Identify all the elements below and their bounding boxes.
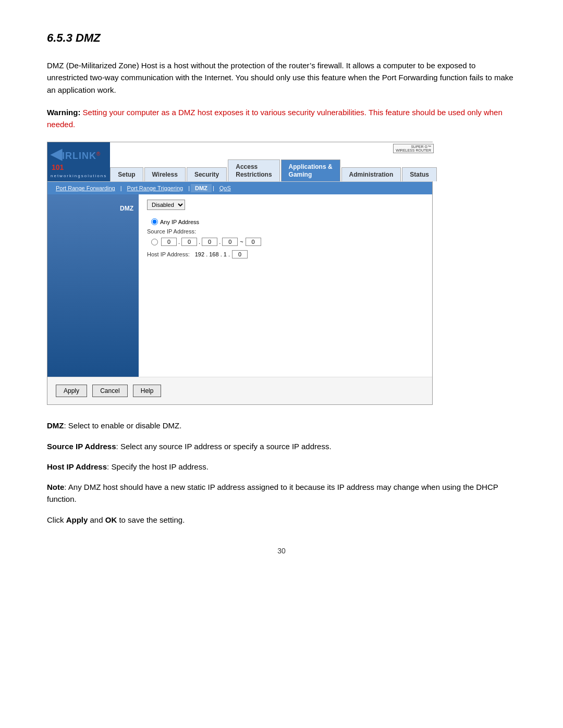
dmz-dropdown[interactable]: Disabled Enabled xyxy=(147,200,185,210)
subnav-port-range-triggering[interactable]: Port Range Triggering xyxy=(123,184,188,192)
section-description: DMZ (De-Militarized Zone) Host is a host… xyxy=(47,59,516,96)
router-content: DMZ Disabled Enabled Any IP Address Sour… xyxy=(47,194,432,377)
click-apply-prefix: Click xyxy=(47,515,66,524)
host-ip-last-octet[interactable] xyxy=(232,250,248,258)
logo-tagline: networkingsolutions xyxy=(51,174,107,178)
router-topbar: ◀IRLINK® 101 networkingsolutions SUPER G… xyxy=(47,142,432,182)
dmz-text: : Select to enable or disable DMZ. xyxy=(64,421,182,430)
warning-paragraph: Warning: Setting your computer as a DMZ … xyxy=(47,106,516,131)
subnav-port-range-forwarding[interactable]: Port Range Forwarding xyxy=(52,184,119,192)
subnav-sep3: | xyxy=(212,185,215,191)
tab-administration[interactable]: Administration xyxy=(341,167,401,181)
dmz-bold: DMZ xyxy=(47,421,64,430)
note-field-desc: Note: Any DMZ host should have a new sta… xyxy=(47,481,516,505)
any-ip-row: Any IP Address xyxy=(151,218,424,225)
content-spacer xyxy=(147,258,424,342)
cancel-button[interactable]: Cancel xyxy=(92,385,127,397)
router-nav: SUPER G™WIRELESS ROUTER Setup Wireless S… xyxy=(110,142,438,181)
section-title: 6.5.3 DMZ xyxy=(47,31,516,45)
host-ip-static: 192 . 168 . 1 . xyxy=(195,251,230,257)
router-ui-screenshot: ◀IRLINK® 101 networkingsolutions SUPER G… xyxy=(47,142,433,405)
host-ip-label: Host IP Address: xyxy=(147,251,190,257)
source-ip-field-label: Source IP Address: xyxy=(147,228,204,235)
superg-badge: SUPER G™WIRELESS ROUTER xyxy=(110,142,438,153)
nav-tabs-row: Setup Wireless Security AccessRestrictio… xyxy=(110,153,438,181)
help-button[interactable]: Help xyxy=(133,385,162,397)
source-ip-octet4[interactable] xyxy=(222,238,238,246)
host-ip-row: Host IP Address: 192 . 168 . 1 . xyxy=(147,250,424,258)
host-ip-field-desc: Host IP Address: Specify the host IP add… xyxy=(47,461,516,473)
click-apply-desc: Click Apply and OK to save the setting. xyxy=(47,514,516,526)
source-ip-octet1[interactable] xyxy=(161,238,177,246)
sub-nav: Port Range Forwarding | Port Range Trigg… xyxy=(47,182,432,194)
sidebar-dmz-label: DMZ xyxy=(120,205,133,212)
warning-text-content: Setting your computer as a DMZ host expo… xyxy=(47,108,503,129)
dmz-dropdown-row: Disabled Enabled xyxy=(147,200,424,210)
note-text: : Any DMZ host should have a new static … xyxy=(47,483,498,503)
subnav-sep1: | xyxy=(119,185,123,191)
ip-sep1: . xyxy=(178,239,180,245)
ip-sep2: . xyxy=(198,239,201,245)
logo-101: 101 xyxy=(52,163,64,171)
tab-setup[interactable]: Setup xyxy=(110,167,143,181)
router-logo-area: ◀IRLINK® 101 networkingsolutions xyxy=(47,142,110,181)
tab-status[interactable]: Status xyxy=(402,167,437,181)
dmz-field-desc: DMZ: Select to enable or disable DMZ. xyxy=(47,419,516,431)
click-ok-rest: to save the setting. xyxy=(117,515,185,524)
airlink-logo: ◀IRLINK® 101 xyxy=(51,145,107,171)
source-ip-octet3[interactable] xyxy=(202,238,217,246)
ip-sep3: . xyxy=(218,239,221,245)
click-apply-and: and xyxy=(88,515,105,524)
page-number: 30 xyxy=(47,547,516,555)
source-ip-text: : Select any source IP address or specif… xyxy=(116,442,332,451)
logo-reg: ® xyxy=(96,151,100,157)
source-ip-label-row: Source IP Address: xyxy=(147,228,424,235)
host-ip-bold: Host IP Address xyxy=(47,462,107,471)
tab-access-restrictions[interactable]: AccessRestrictions xyxy=(228,159,279,181)
source-ip-bold: Source IP Address xyxy=(47,442,116,451)
router-footer: Apply Cancel Help xyxy=(47,377,432,404)
host-ip-text: : Specify the host IP address. xyxy=(107,462,209,471)
subnav-dmz[interactable]: DMZ xyxy=(191,184,212,192)
any-ip-label: Any IP Address xyxy=(160,219,199,225)
router-main-panel: Disabled Enabled Any IP Address Source I… xyxy=(139,194,432,377)
click-apply-bold: Apply xyxy=(66,515,88,524)
router-sidebar: DMZ xyxy=(47,194,139,377)
warning-bold-label: Warning: xyxy=(47,108,80,117)
tab-applications-gaming[interactable]: Applications &Gaming xyxy=(281,159,340,181)
radio-any-ip[interactable] xyxy=(151,218,158,225)
source-ip-end[interactable] xyxy=(246,238,261,246)
note-bold: Note xyxy=(47,483,64,491)
logo-a: ◀ xyxy=(51,146,62,162)
superg-label: SUPER G™WIRELESS ROUTER xyxy=(393,144,434,153)
subnav-sep2: | xyxy=(187,185,191,191)
logo-irlink: IRLINK xyxy=(62,151,96,161)
radio-specific-ip[interactable] xyxy=(151,239,158,245)
source-ip-specific-row: . . . ~ xyxy=(151,238,424,246)
subnav-qos[interactable]: QoS xyxy=(215,184,235,192)
ip-range-dash: ~ xyxy=(239,239,244,245)
click-ok-bold: OK xyxy=(105,515,117,524)
tab-wireless[interactable]: Wireless xyxy=(144,167,186,181)
source-ip-octet2[interactable] xyxy=(181,238,197,246)
source-ip-field-desc: Source IP Address: Select any source IP … xyxy=(47,440,516,452)
apply-button[interactable]: Apply xyxy=(56,385,87,397)
tab-security[interactable]: Security xyxy=(187,167,227,181)
